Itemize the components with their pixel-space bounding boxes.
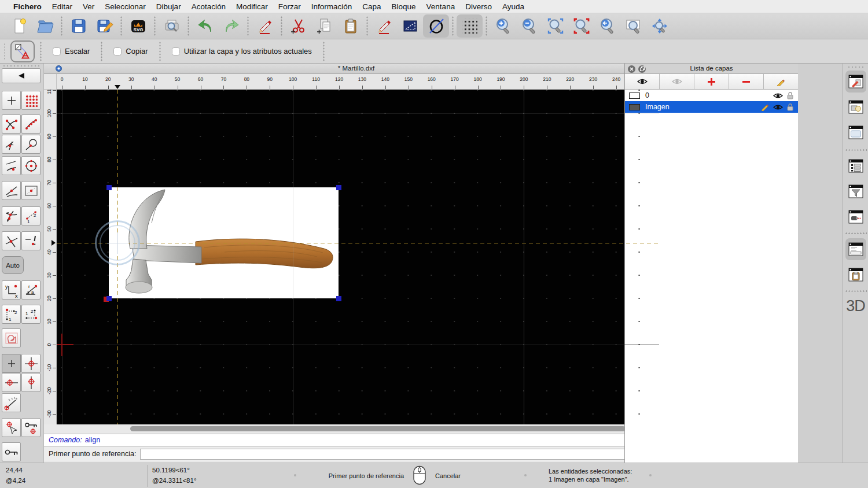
copy-option[interactable]: Copiar bbox=[113, 47, 148, 56]
zoom-out-button[interactable] bbox=[516, 14, 542, 38]
snap-nearest-button[interactable] bbox=[2, 156, 21, 175]
set-relative-zero-button[interactable] bbox=[2, 418, 21, 437]
remove-layer-button[interactable] bbox=[729, 74, 764, 89]
zoom-in-button[interactable] bbox=[490, 14, 516, 38]
menu-editar[interactable]: Editar bbox=[47, 2, 78, 11]
use-current-layer-checkbox[interactable] bbox=[172, 47, 180, 56]
snap-restrict-off-button[interactable] bbox=[21, 231, 41, 250]
auto-zoom-button[interactable] bbox=[542, 14, 568, 38]
coord-polar-button[interactable]: ra bbox=[21, 280, 41, 300]
redo-button[interactable] bbox=[218, 14, 244, 38]
selection-filter-panel-button[interactable] bbox=[845, 180, 866, 202]
show-all-layers-button[interactable] bbox=[625, 74, 660, 89]
menu-bloque[interactable]: Bloque bbox=[387, 2, 421, 11]
copy-button[interactable] bbox=[311, 14, 337, 38]
menu-modificar[interactable]: Modificar bbox=[231, 2, 273, 11]
selection-handle-bottom-left[interactable] bbox=[106, 296, 112, 301]
3d-label[interactable]: 3D bbox=[843, 297, 868, 315]
menu-información[interactable]: Información bbox=[306, 2, 358, 11]
restrict-none-button[interactable] bbox=[2, 354, 21, 373]
clipboard-panel-button[interactable] bbox=[845, 264, 866, 286]
palette-back-button[interactable] bbox=[2, 68, 41, 83]
menu-fichero[interactable]: Fichero bbox=[8, 2, 47, 11]
use-current-layer-option[interactable]: Utilizar la capa y los atributos actuale… bbox=[172, 47, 312, 56]
menu-ver[interactable]: Ver bbox=[78, 2, 100, 11]
scale-checkbox[interactable] bbox=[53, 47, 61, 56]
selection-handle-top-right[interactable] bbox=[336, 185, 341, 190]
ortho-vertical-button[interactable]: 12 bbox=[2, 305, 21, 324]
menu-ayuda[interactable]: Ayuda bbox=[497, 2, 529, 11]
snap-center-button[interactable] bbox=[21, 156, 41, 175]
menu-acotación[interactable]: Acotación bbox=[186, 2, 231, 11]
snap-free-button[interactable] bbox=[2, 91, 21, 110]
command-input[interactable] bbox=[140, 449, 649, 460]
snap-on-entity-button[interactable] bbox=[21, 114, 41, 134]
layer-visibility-eye-icon[interactable] bbox=[773, 104, 783, 110]
new-file-button[interactable] bbox=[6, 14, 32, 38]
snap-intersection-manual-button[interactable]: 12 bbox=[21, 206, 41, 225]
save-button[interactable] bbox=[65, 14, 91, 38]
layer-edit-pencil-icon[interactable] bbox=[761, 103, 769, 111]
layer-lock-icon[interactable] bbox=[787, 103, 793, 111]
drawing-canvas[interactable] bbox=[57, 90, 659, 424]
hide-all-layers-button[interactable] bbox=[660, 74, 694, 89]
edit-layer-button[interactable] bbox=[764, 74, 798, 89]
library-browser-panel-button[interactable] bbox=[845, 121, 866, 143]
toolbar-drag-handle[interactable] bbox=[3, 43, 6, 60]
ortho-horizontal-button[interactable]: 12 bbox=[21, 305, 41, 324]
angle-indicator-button[interactable] bbox=[2, 393, 21, 412]
canvas-horizontal-scrollbar[interactable]: 10 < 100 bbox=[44, 424, 668, 434]
iso-projection-button[interactable] bbox=[397, 14, 423, 38]
zoom-selection-button[interactable] bbox=[568, 14, 594, 38]
snap-middle-button[interactable] bbox=[2, 181, 21, 200]
draft-mode-button[interactable] bbox=[423, 14, 449, 38]
menu-diverso[interactable]: Diverso bbox=[460, 2, 497, 11]
snap-perpendicular-button[interactable] bbox=[2, 135, 21, 154]
command-line-panel-button[interactable] bbox=[845, 238, 866, 260]
projection-panel-button[interactable] bbox=[845, 206, 866, 228]
coord-cartesian-button[interactable]: yx bbox=[2, 280, 21, 300]
align-tool-button[interactable] bbox=[10, 40, 35, 62]
save-as-button[interactable] bbox=[91, 14, 117, 38]
paste-button[interactable] bbox=[337, 14, 363, 38]
cut-button[interactable] bbox=[285, 14, 311, 38]
eraser-pencil-button[interactable] bbox=[252, 14, 278, 38]
property-list-panel-button[interactable] bbox=[845, 155, 866, 177]
menu-forzar[interactable]: Forzar bbox=[273, 2, 306, 11]
grid-toggle-button[interactable] bbox=[457, 14, 483, 38]
restrict-horizontal-button[interactable] bbox=[2, 373, 21, 392]
snap-grid-button[interactable] bbox=[21, 91, 41, 110]
menu-capa[interactable]: Capa bbox=[357, 2, 386, 11]
restrict-orthogonal-button[interactable] bbox=[21, 354, 41, 373]
document-titlebar[interactable]: * Martillo.dxf bbox=[44, 64, 668, 74]
relative-zero-key-button[interactable] bbox=[2, 442, 21, 461]
restrict-loop-button[interactable] bbox=[2, 328, 21, 347]
snap-reference-button[interactable] bbox=[21, 181, 41, 200]
scale-option[interactable]: Escalar bbox=[53, 47, 90, 56]
snap-endpoints-button[interactable] bbox=[2, 114, 21, 134]
block-list-panel-button[interactable] bbox=[845, 96, 866, 118]
add-layer-button[interactable] bbox=[694, 74, 729, 89]
snap-intersection-button[interactable] bbox=[2, 231, 21, 250]
snap-intersection-auto-button[interactable] bbox=[2, 206, 21, 225]
palette-drag-handle[interactable] bbox=[2, 65, 39, 67]
attributes-pencil-button[interactable] bbox=[371, 14, 397, 38]
selection-handle-top-left[interactable] bbox=[106, 185, 112, 190]
snap-auto-button[interactable]: Auto bbox=[2, 256, 24, 274]
open-file-button[interactable] bbox=[32, 14, 58, 38]
dock-drag-handle[interactable] bbox=[847, 66, 865, 68]
layer-list-panel-button[interactable] bbox=[845, 71, 866, 93]
menu-seleccionar[interactable]: Seleccionar bbox=[100, 2, 151, 11]
svg-export-button[interactable]: SVG bbox=[125, 14, 151, 38]
undo-button[interactable] bbox=[192, 14, 218, 38]
copy-checkbox[interactable] bbox=[113, 47, 122, 56]
horizontal-scroll-thumb[interactable] bbox=[130, 426, 626, 431]
lock-relative-zero-button[interactable] bbox=[21, 418, 41, 437]
menu-dibujar[interactable]: Dibujar bbox=[151, 2, 186, 11]
restrict-vertical-button[interactable] bbox=[21, 373, 41, 392]
zoom-pan-button[interactable] bbox=[646, 14, 672, 38]
layer-visibility-eye-icon[interactable] bbox=[773, 93, 783, 99]
snap-tangent-button[interactable] bbox=[21, 135, 41, 154]
layer-lock-icon[interactable] bbox=[787, 91, 793, 99]
zoom-window-button[interactable] bbox=[620, 14, 646, 38]
